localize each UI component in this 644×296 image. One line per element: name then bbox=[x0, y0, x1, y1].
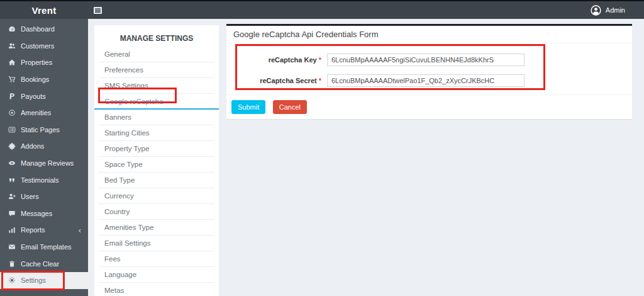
addons-icon bbox=[8, 142, 16, 151]
sidebar-item-messages[interactable]: Messages bbox=[0, 205, 88, 222]
settings-nav-item-starting-cities[interactable]: Starting Cities bbox=[99, 125, 214, 141]
sidebar-item-label: Email Templates bbox=[21, 243, 72, 251]
sidebar-item-testimonials[interactable]: Testimonials bbox=[0, 171, 88, 188]
amenities-icon bbox=[8, 109, 16, 117]
settings-nav-item-label: Space Type bbox=[104, 161, 143, 168]
settings-nav-item-label: Bed Type bbox=[104, 176, 135, 184]
sidebar-item-label: Reports bbox=[21, 226, 45, 234]
top-navbar: Vrent Admin bbox=[0, 1, 644, 19]
sidebar-item-amenities[interactable]: Amenities bbox=[0, 105, 88, 122]
customers-icon bbox=[8, 42, 16, 50]
settings-nav-item-preferences[interactable]: Preferences bbox=[99, 62, 214, 78]
recaptcha-secret-input[interactable] bbox=[327, 74, 525, 87]
sidebar-item-static-pages[interactable]: Static Pages bbox=[0, 122, 88, 139]
sidebar-item-bookings[interactable]: Bookings bbox=[0, 71, 88, 88]
trash-icon bbox=[8, 259, 16, 268]
recaptcha-form-panel: Google reCaptcha Api Credentials Form re… bbox=[226, 24, 632, 119]
settings-nav-item-general[interactable]: General bbox=[99, 47, 214, 62]
sidebar-item-label: Dashboard bbox=[21, 25, 55, 33]
sidebar-item-label: Properties bbox=[21, 59, 52, 66]
sidebar-item-label: Settings bbox=[21, 276, 46, 284]
field-label: reCaptcha Secret * bbox=[226, 77, 327, 84]
sidebar-item-label: Users bbox=[21, 193, 39, 200]
manage-settings-list: General Preferences SMS Settings Google … bbox=[94, 47, 219, 296]
form-row: reCaptcha Secret * bbox=[226, 74, 632, 87]
sidebar-item-customers[interactable]: Customers bbox=[0, 38, 88, 55]
form-footer: Submit Cancel bbox=[226, 94, 632, 119]
settings-nav-item-currency[interactable]: Currency bbox=[99, 188, 214, 204]
sidebar-item-label: Manage Reviews bbox=[21, 159, 74, 167]
field-label: reCaptcha Key * bbox=[226, 56, 327, 64]
sidebar-item-manage-reviews[interactable]: Manage Reviews bbox=[0, 155, 88, 172]
settings-nav-item-label: Email Settings bbox=[104, 239, 151, 247]
sidebar-item-label: Messages bbox=[21, 210, 52, 217]
settings-nav-item-property-type[interactable]: Property Type bbox=[99, 141, 214, 157]
settings-nav-item-amenities-type[interactable]: Amenities Type bbox=[99, 220, 214, 236]
settings-nav-item-label: General bbox=[104, 50, 130, 58]
settings-nav-item-label: Google reCaptcha bbox=[104, 98, 163, 105]
settings-nav-item-label: Fees bbox=[104, 255, 121, 263]
eye-icon bbox=[8, 159, 16, 168]
sidebar-item-addons[interactable]: Addons bbox=[0, 138, 88, 155]
sidebar-item-label: Amenities bbox=[21, 109, 51, 117]
settings-nav-item-google-recaptcha[interactable]: Google reCaptcha bbox=[94, 94, 219, 110]
settings-nav-item-label: Preferences bbox=[104, 66, 143, 74]
required-asterisk: * bbox=[319, 77, 321, 84]
sidebar-item-users[interactable]: Users bbox=[0, 188, 88, 205]
payouts-icon bbox=[8, 92, 16, 100]
settings-nav-item-label: Property Type bbox=[104, 145, 149, 152]
envelope-icon bbox=[8, 243, 16, 251]
app-window: Vrent Admin Dashboard Customers Properti… bbox=[0, 0, 644, 296]
submit-button[interactable]: Submit bbox=[231, 100, 265, 114]
cancel-button[interactable]: Cancel bbox=[273, 100, 307, 114]
sidebar-item-reports[interactable]: Reports ‹ bbox=[0, 222, 88, 239]
sidebar-item-cache-clear[interactable]: Cache Clear bbox=[0, 255, 88, 272]
settings-nav-item-label: Banners bbox=[104, 113, 131, 121]
sidebar-item-payouts[interactable]: Payouts bbox=[0, 88, 88, 105]
recaptcha-key-input[interactable] bbox=[327, 54, 525, 66]
settings-nav-item-language[interactable]: Language bbox=[99, 267, 214, 283]
main-sidebar: Dashboard Customers Properties Bookings … bbox=[0, 19, 88, 296]
sidebar-item-label: Bookings bbox=[21, 76, 49, 83]
sidebar-toggle-button[interactable] bbox=[94, 7, 102, 14]
gears-icon bbox=[8, 276, 16, 285]
home-icon bbox=[8, 59, 16, 67]
required-asterisk: * bbox=[319, 56, 321, 64]
user-menu[interactable]: Admin bbox=[591, 5, 625, 16]
sidebar-item-label: Cache Clear bbox=[21, 260, 59, 268]
static-pages-icon bbox=[8, 125, 16, 134]
sidebar-item-settings[interactable]: Settings bbox=[0, 272, 88, 289]
settings-nav-item-label: Country bbox=[104, 208, 130, 215]
user-avatar-icon bbox=[591, 5, 601, 16]
settings-nav-item-metas[interactable]: Metas bbox=[99, 283, 214, 296]
brand-logo[interactable]: Vrent bbox=[0, 5, 88, 16]
quote-icon bbox=[8, 176, 16, 184]
settings-nav-item-bed-type[interactable]: Bed Type bbox=[99, 173, 214, 188]
settings-nav-item-space-type[interactable]: Space Type bbox=[99, 157, 214, 173]
manage-settings-title: MANAGE SETTINGS bbox=[94, 30, 219, 47]
comment-icon bbox=[8, 209, 16, 217]
user-name-label: Admin bbox=[606, 6, 625, 14]
sidebar-item-email-templates[interactable]: Email Templates bbox=[0, 239, 88, 256]
sidebar-item-label: Addons bbox=[21, 142, 44, 150]
form-row: reCaptcha Key * bbox=[226, 54, 632, 66]
sidebar-item-properties[interactable]: Properties bbox=[0, 54, 88, 71]
settings-nav-item-label: Amenities Type bbox=[104, 224, 153, 231]
form-panel-title: Google reCaptcha Api Credentials Form bbox=[226, 26, 632, 43]
sidebar-item-label: Payouts bbox=[21, 93, 46, 100]
settings-nav-item-label: Currency bbox=[104, 192, 134, 200]
sidebar-item-label: Testimonials bbox=[21, 176, 59, 184]
settings-nav-item-label: Starting Cities bbox=[104, 129, 150, 137]
sidebar-item-dashboard[interactable]: Dashboard bbox=[0, 21, 88, 38]
dashboard-icon bbox=[8, 25, 16, 33]
settings-nav-item-country[interactable]: Country bbox=[99, 204, 214, 220]
settings-nav-item-fees[interactable]: Fees bbox=[99, 251, 214, 267]
settings-nav-item-banners[interactable]: Banners bbox=[99, 110, 214, 125]
settings-nav-item-label: Metas bbox=[104, 287, 124, 294]
settings-nav-item-email-settings[interactable]: Email Settings bbox=[99, 236, 214, 251]
sidebar-item-label: Static Pages bbox=[21, 126, 60, 134]
settings-nav-item-sms-settings[interactable]: SMS Settings bbox=[99, 78, 214, 94]
form-body: reCaptcha Key * reCaptcha Secret * bbox=[226, 43, 632, 94]
cart-icon bbox=[8, 76, 16, 84]
sidebar-item-label: Customers bbox=[21, 42, 54, 50]
